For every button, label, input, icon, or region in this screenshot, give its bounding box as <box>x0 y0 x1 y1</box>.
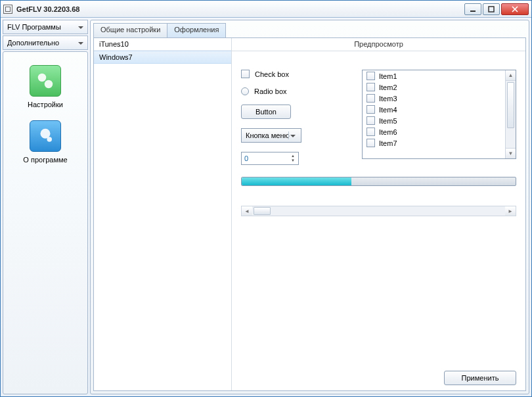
list-item-label: Item4 <box>379 106 397 114</box>
theme-item-itunes10[interactable]: iTunes10 <box>94 38 231 51</box>
svg-point-5 <box>47 137 52 142</box>
checkbox-icon <box>366 128 375 136</box>
preview-progressbar <box>241 177 516 186</box>
apply-button[interactable]: Применить <box>444 371 516 385</box>
radio-icon <box>241 87 249 95</box>
list-item[interactable]: Item2 <box>363 82 505 93</box>
checkbox-icon <box>366 72 375 80</box>
radio-label: Radio box <box>254 87 287 95</box>
about-speech-icon <box>30 120 61 152</box>
scrollbar-horizontal[interactable]: ◄ ► <box>241 206 516 216</box>
content-area: FLV Программы Дополнительно Настройки О … <box>1 18 531 396</box>
button-label: Button <box>255 108 277 116</box>
svg-rect-0 <box>470 11 476 12</box>
main-panel: Общие настройки Оформления iTunes10 Wind… <box>90 20 529 394</box>
scroll-up-icon[interactable]: ▲ <box>506 70 516 81</box>
tab-general[interactable]: Общие настройки <box>93 23 167 37</box>
list-item-label: Item5 <box>379 117 397 125</box>
sidebar-select-additional[interactable]: Дополнительно <box>3 35 88 50</box>
nav-about[interactable]: О программе <box>23 120 67 164</box>
checkbox-icon <box>241 70 250 78</box>
list-item-label: Item1 <box>379 72 397 80</box>
tab-content: iTunes10 Windows7 Предпросмотр Check box <box>93 37 526 391</box>
scrollbar-vertical[interactable]: ▲ ▼ <box>505 70 516 158</box>
list-item[interactable]: Item4 <box>363 104 505 115</box>
preview-button[interactable]: Button <box>241 105 291 119</box>
tab-bar: Общие настройки Оформления <box>93 23 526 37</box>
preview-listbox[interactable]: Item1Item2Item3Item4Item5Item6Item7 ▲ ▼ <box>362 70 516 159</box>
preview-body: Check box Radio box Button <box>232 51 525 390</box>
scroll-thumb[interactable] <box>252 206 505 216</box>
checkbox-label: Check box <box>255 70 289 78</box>
sidebar: FLV Программы Дополнительно Настройки О … <box>3 20 88 394</box>
checkbox-icon <box>366 116 375 125</box>
svg-point-3 <box>45 80 53 89</box>
maximize-button[interactable] <box>483 3 500 15</box>
titlebar[interactable]: GetFLV 30.2203.68 <box>1 1 531 18</box>
checkbox-icon <box>366 139 375 147</box>
list-item-label: Item3 <box>379 95 397 103</box>
theme-name: iTunes10 <box>99 40 129 48</box>
nav-label: О программе <box>23 156 67 164</box>
preview-controls-left: Check box Radio box Button <box>241 70 346 165</box>
preview-panel: Предпросмотр Check box Radio box <box>232 38 525 390</box>
progress-fill <box>242 177 351 185</box>
chevron-down-icon <box>290 135 296 140</box>
sidebar-select-programs[interactable]: FLV Программы <box>3 20 88 34</box>
spinner-value: 0 <box>244 154 248 162</box>
svg-point-2 <box>38 74 47 82</box>
minimize-button[interactable] <box>464 3 481 15</box>
spinner-buttons[interactable]: ▲▼ <box>289 154 297 163</box>
preview-radio[interactable]: Radio box <box>241 87 346 95</box>
theme-list[interactable]: iTunes10 Windows7 <box>94 38 232 390</box>
theme-name: Windows7 <box>99 53 133 61</box>
list-item[interactable]: Item6 <box>363 126 505 137</box>
tab-themes[interactable]: Оформления <box>167 23 226 37</box>
app-window: GetFLV 30.2203.68 FLV Программы Дополнит… <box>0 0 532 397</box>
list-item[interactable]: Item7 <box>363 137 505 149</box>
list-item-label: Item7 <box>379 139 397 147</box>
close-button[interactable] <box>501 3 529 15</box>
tab-label: Оформления <box>174 26 219 34</box>
preview-checkbox[interactable]: Check box <box>241 70 346 78</box>
list-item-label: Item6 <box>379 128 397 136</box>
scroll-thumb[interactable] <box>506 81 516 148</box>
preview-spinner[interactable]: 0 ▲▼ <box>241 152 299 165</box>
scroll-left-icon[interactable]: ◄ <box>242 206 252 216</box>
list-item-label: Item2 <box>379 83 397 91</box>
sidebar-select-label: Дополнительно <box>7 39 59 47</box>
scroll-down-icon[interactable]: ▼ <box>506 148 516 158</box>
checkbox-icon <box>366 83 375 91</box>
dropdown-label: Кнопка меню <box>246 131 290 139</box>
tab-label: Общие настройки <box>100 26 160 34</box>
scroll-right-icon[interactable]: ► <box>505 206 516 216</box>
sidebar-nav: Настройки О программе <box>3 51 88 394</box>
nav-settings[interactable]: Настройки <box>28 65 63 108</box>
list-item[interactable]: Item1 <box>363 70 505 82</box>
preview-header: Предпросмотр <box>232 38 525 51</box>
checkbox-icon <box>366 94 375 103</box>
theme-item-windows7[interactable]: Windows7 <box>94 51 231 64</box>
preview-dropdown[interactable]: Кнопка меню <box>241 128 301 143</box>
nav-label: Настройки <box>28 101 63 108</box>
app-icon <box>3 5 12 14</box>
checkbox-icon <box>366 105 375 114</box>
settings-gears-icon <box>30 65 61 97</box>
apply-label: Применить <box>462 374 499 382</box>
svg-rect-1 <box>489 7 494 12</box>
sidebar-select-label: FLV Программы <box>7 23 61 31</box>
list-item[interactable]: Item5 <box>363 115 505 126</box>
list-item[interactable]: Item3 <box>363 93 505 104</box>
window-title: GetFLV 30.2203.68 <box>16 5 79 13</box>
